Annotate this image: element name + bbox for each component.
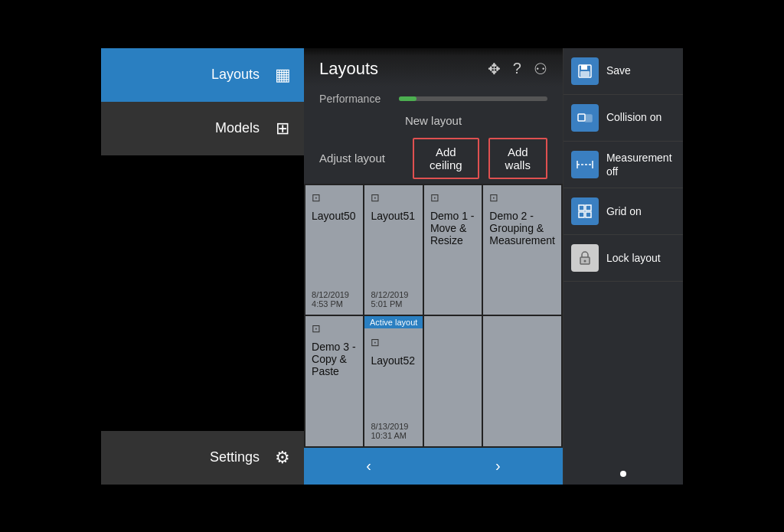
measurement-label: Measurement off xyxy=(606,151,675,178)
svg-rect-3 xyxy=(578,114,585,121)
layout-card-layout52[interactable]: Active layout ⊡ Layout52 8/13/2019 10:31… xyxy=(364,316,422,446)
sidebar: Layouts ▦ Models ⊞ Settings ⚙ xyxy=(101,48,304,485)
card-date-6: 8/13/2019 10:31 AM xyxy=(371,419,416,440)
card-title-5: Demo 3 - Copy & Paste xyxy=(312,341,357,437)
svg-rect-11 xyxy=(586,212,591,217)
card-icon-6: ⊡ xyxy=(371,336,416,348)
adjust-label: Adjust layout xyxy=(319,152,403,165)
app-container: Layouts ▦ Models ⊞ Settings ⚙ Layouts ✥ … xyxy=(101,48,683,485)
card-date-3 xyxy=(430,305,475,308)
help-icon[interactable]: ? xyxy=(513,60,521,78)
pagination-bar: ‹ › xyxy=(304,448,563,485)
add-ceiling-button[interactable]: Add ceiling xyxy=(413,138,479,179)
layouts-label: Layouts xyxy=(211,67,260,83)
right-item-grid[interactable]: Grid on xyxy=(564,188,683,235)
user-icon[interactable]: ⚇ xyxy=(534,60,547,78)
layout-card-empty2[interactable] xyxy=(483,316,561,446)
layout-card-layout50[interactable]: ⊡ Layout50 8/12/2019 4:53 PM xyxy=(305,185,363,315)
sidebar-item-layouts[interactable]: Layouts ▦ xyxy=(101,48,304,102)
card-date-5 xyxy=(312,437,357,440)
card-icon-3: ⊡ xyxy=(430,191,475,204)
measurement-icon xyxy=(571,151,599,178)
lock-icon xyxy=(571,244,599,272)
card-title-3: Demo 1 - Move & Resize xyxy=(430,210,475,306)
lock-label: Lock layout xyxy=(606,251,661,265)
sidebar-item-settings[interactable]: Settings ⚙ xyxy=(101,431,304,485)
save-icon xyxy=(571,57,599,85)
settings-icon: ⚙ xyxy=(269,444,296,472)
card-title-1: Layout50 xyxy=(312,210,357,288)
performance-fill xyxy=(399,96,416,101)
layout-card-demo1[interactable]: ⊡ Demo 1 - Move & Resize xyxy=(424,185,482,315)
collision-icon xyxy=(571,104,599,132)
collision-label: Collision on xyxy=(606,110,662,124)
card-icon-4: ⊡ xyxy=(489,191,555,204)
right-item-lock[interactable]: Lock layout xyxy=(564,235,683,282)
card-title-6: Layout52 xyxy=(371,354,416,419)
svg-point-13 xyxy=(583,259,586,262)
card-date-1: 8/12/2019 4:53 PM xyxy=(312,287,357,308)
right-item-measurement[interactable]: Measurement off xyxy=(564,142,683,188)
save-label: Save xyxy=(606,64,631,77)
svg-rect-8 xyxy=(579,205,584,211)
move-icon[interactable]: ✥ xyxy=(488,60,501,78)
card-date-2: 8/12/2019 5:01 PM xyxy=(371,287,416,308)
settings-label: Settings xyxy=(210,449,260,465)
card-title-2: Layout51 xyxy=(371,210,416,288)
layouts-icon: ▦ xyxy=(269,61,296,89)
dot-indicator xyxy=(564,463,683,485)
card-date-4 xyxy=(489,305,555,308)
page-dot xyxy=(620,471,626,477)
models-label: Models xyxy=(215,120,260,136)
layout-card-demo3[interactable]: ⊡ Demo 3 - Copy & Paste xyxy=(305,316,363,446)
card-title-4: Demo 2 - Grouping & Measurement xyxy=(489,210,555,306)
performance-label: Performance xyxy=(319,93,388,105)
new-layout-label: New layout xyxy=(405,114,462,127)
layout-card-demo2[interactable]: ⊡ Demo 2 - Grouping & Measurement xyxy=(483,185,561,315)
adjust-row: Adjust layout Add ceiling Add walls xyxy=(304,133,563,184)
right-item-save[interactable]: Save xyxy=(564,48,683,95)
card-icon-5: ⊡ xyxy=(312,322,357,335)
main-panel: Layouts ✥ ? ⚇ Performance New layout Adj… xyxy=(304,48,563,485)
svg-rect-2 xyxy=(580,71,590,77)
performance-row: Performance xyxy=(304,86,563,111)
svg-rect-4 xyxy=(585,115,592,122)
prev-page-button[interactable]: ‹ xyxy=(304,448,433,485)
header-icons: ✥ ? ⚇ xyxy=(488,60,547,78)
layout-grid: ⊡ Layout50 8/12/2019 4:53 PM ⊡ Layout51 … xyxy=(304,184,563,448)
add-walls-button[interactable]: Add walls xyxy=(488,138,547,179)
new-layout-row: New layout xyxy=(304,111,563,133)
layout-card-layout51[interactable]: ⊡ Layout51 8/12/2019 5:01 PM xyxy=(364,185,422,315)
right-item-collision[interactable]: Collision on xyxy=(564,95,683,142)
card-icon-1: ⊡ xyxy=(312,191,357,204)
grid-icon xyxy=(571,197,599,225)
layout-card-empty1[interactable] xyxy=(424,316,482,446)
panel-header: Layouts ✥ ? ⚇ xyxy=(304,48,563,86)
svg-rect-9 xyxy=(586,205,591,211)
next-page-button[interactable]: › xyxy=(433,448,563,485)
panel-title: Layouts xyxy=(319,59,378,79)
grid-label: Grid on xyxy=(606,204,642,218)
performance-bar xyxy=(399,96,547,101)
active-badge: Active layout xyxy=(364,316,422,328)
svg-rect-1 xyxy=(581,65,587,70)
sidebar-item-models[interactable]: Models ⊞ xyxy=(101,102,304,155)
card-icon-2: ⊡ xyxy=(371,191,416,204)
models-icon: ⊞ xyxy=(269,115,296,142)
right-panel: Save Collision on Measurement off xyxy=(563,48,683,485)
svg-rect-10 xyxy=(579,212,584,217)
